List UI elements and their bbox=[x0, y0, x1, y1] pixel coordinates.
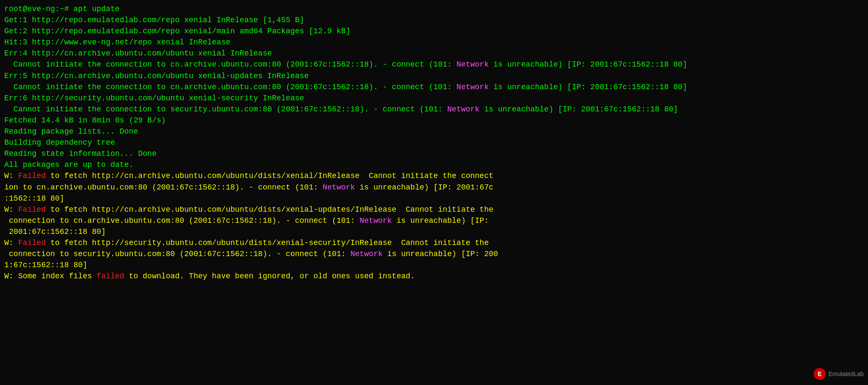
terminal-text-span: 1:67c:1562::18 80] bbox=[4, 261, 87, 269]
terminal-text-span: ion to cn.archive.ubuntu.com:80 (2001:67… bbox=[4, 183, 323, 192]
terminal-text-span: connection to cn.archive.ubuntu.com:80 (… bbox=[4, 216, 360, 225]
terminal-line: All packages are up to date. bbox=[4, 159, 864, 170]
terminal-text-span: Network bbox=[360, 216, 392, 225]
terminal-line: Fetched 14.4 kB in 8min 0s (29 B/s) bbox=[4, 115, 864, 126]
terminal-text-span: 2001:67c:1562::18 80] bbox=[4, 228, 106, 236]
terminal-line: Cannot initiate the connection to securi… bbox=[4, 104, 864, 115]
terminal-line: 1:67c:1562::18 80] bbox=[4, 260, 864, 271]
terminal-text-span: is unreachable) [IP: 2001:67c bbox=[355, 183, 493, 192]
terminal-output: root@eve-ng:~# apt updateGet:1 http://re… bbox=[4, 3, 864, 282]
terminal-text-span: Failed bbox=[18, 239, 46, 247]
terminal-text-span: to fetch http://cn.archive.ubuntu.com/ub… bbox=[46, 172, 493, 180]
terminal-text-span: Reading package lists... Done bbox=[4, 127, 138, 136]
terminal-text-span: W: bbox=[4, 205, 18, 214]
terminal-line: W: Some index files failed to download. … bbox=[4, 271, 864, 282]
terminal-line: connection to security.ubuntu.com:80 (20… bbox=[4, 248, 864, 260]
terminal-text-span: Failed bbox=[18, 172, 46, 180]
terminal-text-span: Get:2 http://repo.emulatedlab.com/repo x… bbox=[4, 27, 350, 35]
terminal-text-span: All packages are up to date. bbox=[4, 160, 133, 169]
terminal-text-span: connection to security.ubuntu.com:80 (20… bbox=[4, 250, 350, 258]
terminal-line: Building dependency tree bbox=[4, 137, 864, 148]
terminal-line: Reading state information... Done bbox=[4, 148, 864, 159]
terminal-line: Cannot initiate the connection to cn.arc… bbox=[4, 59, 864, 70]
terminal-text-span: W: Some index files bbox=[4, 272, 97, 280]
terminal-text-span: :1562::18 80] bbox=[4, 194, 64, 203]
terminal-line: Reading package lists... Done bbox=[4, 126, 864, 137]
watermark: E EmulatedLab bbox=[813, 367, 864, 381]
terminal-text-span: Err:6 http://security.ubuntu.com/ubuntu … bbox=[4, 94, 304, 102]
terminal-line: W: Failed to fetch http://security.ubunt… bbox=[4, 237, 864, 248]
terminal-line: Hit:3 http://www.eve-ng.net/repo xenial … bbox=[4, 37, 864, 48]
terminal-text-span: W: bbox=[4, 172, 18, 180]
terminal-text-span: W: bbox=[4, 239, 18, 247]
terminal-line: :1562::18 80] bbox=[4, 193, 864, 204]
terminal-text-span: Cannot initiate the connection to securi… bbox=[4, 105, 447, 114]
terminal-text-span: is unreachable) [IP: 2001:67c:1562::18 8… bbox=[489, 60, 687, 69]
terminal-line: W: Failed to fetch http://cn.archive.ubu… bbox=[4, 170, 864, 181]
terminal-text-span: Reading state information... Done bbox=[4, 149, 156, 158]
terminal-window: root@eve-ng:~# apt updateGet:1 http://re… bbox=[4, 3, 864, 282]
terminal-text-span: Cannot initiate the connection to cn.arc… bbox=[4, 83, 457, 91]
terminal-text-span: Network bbox=[447, 105, 480, 114]
terminal-line: Err:5 http://cn.archive.ubuntu.com/ubunt… bbox=[4, 70, 864, 82]
terminal-text-span: to download. They have been ignored, or … bbox=[124, 272, 415, 280]
terminal-text-span: Building dependency tree bbox=[4, 138, 115, 147]
terminal-text-span: Network bbox=[350, 250, 383, 258]
terminal-line: 2001:67c:1562::18 80] bbox=[4, 226, 864, 237]
terminal-line: W: Failed to fetch http://cn.archive.ubu… bbox=[4, 204, 864, 215]
terminal-text-span: Err:4 http://cn.archive.ubuntu.com/ubunt… bbox=[4, 49, 272, 58]
terminal-text-span: Network bbox=[323, 183, 355, 192]
watermark-logo-icon: E bbox=[813, 367, 827, 381]
terminal-text-span: is unreachable) [IP: bbox=[392, 216, 489, 225]
terminal-line: Err:4 http://cn.archive.ubuntu.com/ubunt… bbox=[4, 48, 864, 59]
terminal-text-span: is unreachable) [IP: 2001:67c:1562::18 8… bbox=[480, 105, 678, 114]
terminal-text-span: is unreachable) [IP: 200 bbox=[383, 250, 498, 258]
terminal-text-span: Hit:3 http://www.eve-ng.net/repo xenial … bbox=[4, 38, 230, 47]
terminal-text-span: Err:5 http://cn.archive.ubuntu.com/ubunt… bbox=[4, 72, 309, 80]
terminal-line: ion to cn.archive.ubuntu.com:80 (2001:67… bbox=[4, 182, 864, 193]
terminal-line: Err:6 http://security.ubuntu.com/ubuntu … bbox=[4, 93, 864, 104]
terminal-text-span: failed bbox=[97, 272, 124, 280]
terminal-text-span: Cannot initiate the connection to cn.arc… bbox=[4, 60, 457, 69]
terminal-line: Get:1 http://repo.emulatedlab.com/repo x… bbox=[4, 15, 864, 26]
terminal-line: connection to cn.archive.ubuntu.com:80 (… bbox=[4, 215, 864, 226]
terminal-text-span: root@eve-ng:~# apt update bbox=[4, 5, 120, 13]
terminal-line: root@eve-ng:~# apt update bbox=[4, 3, 864, 15]
terminal-text-span: is unreachable) [IP: 2001:67c:1562::18 8… bbox=[489, 83, 687, 91]
terminal-text-span: to fetch http://security.ubuntu.com/ubun… bbox=[46, 239, 489, 247]
terminal-text-span: Network bbox=[457, 83, 489, 91]
terminal-text-span: to fetch http://cn.archive.ubuntu.com/ub… bbox=[46, 205, 493, 214]
terminal-text-span: Fetched 14.4 kB in 8min 0s (29 B/s) bbox=[4, 116, 166, 125]
terminal-text-span: Get:1 http://repo.emulatedlab.com/repo x… bbox=[4, 16, 304, 24]
svg-text:E: E bbox=[818, 370, 822, 377]
terminal-text-span: Failed bbox=[18, 205, 46, 214]
terminal-line: Cannot initiate the connection to cn.arc… bbox=[4, 82, 864, 93]
terminal-line: Get:2 http://repo.emulatedlab.com/repo x… bbox=[4, 26, 864, 37]
terminal-text-span: Network bbox=[457, 60, 489, 69]
watermark-text: EmulatedLab bbox=[828, 370, 864, 378]
